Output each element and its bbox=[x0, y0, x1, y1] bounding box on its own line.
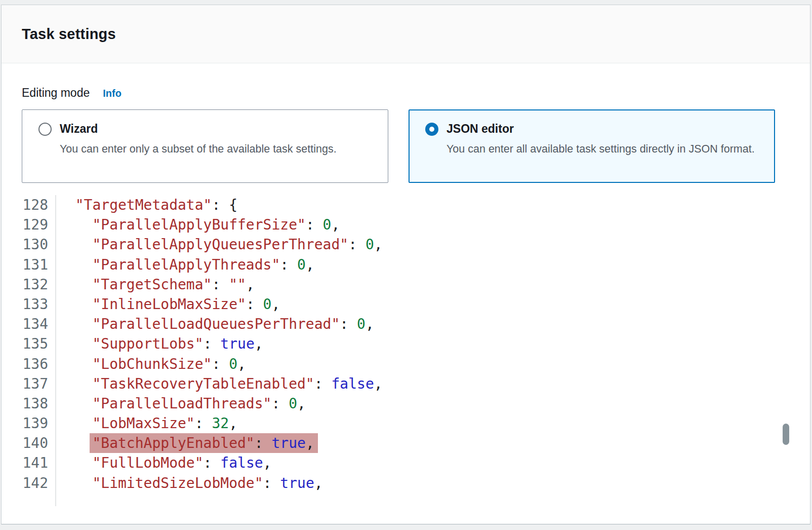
code-text: "TaskRecoveryTableEnabled": false, bbox=[55, 374, 383, 394]
code-line[interactable]: 141 "FullLobMode": false, bbox=[2, 453, 810, 473]
task-settings-panel: Task settings Editing mode Info Wizard Y… bbox=[1, 5, 810, 524]
code-text: "LobChunkSize": 0, bbox=[55, 354, 246, 374]
code-text: "SupportLobs": true, bbox=[55, 334, 263, 354]
line-number: 132 bbox=[2, 275, 55, 294]
code-text: "FullLobMode": false, bbox=[55, 453, 271, 473]
line-number: 131 bbox=[2, 255, 55, 275]
panel-body: Editing mode Info Wizard You can enter o… bbox=[2, 64, 810, 524]
scrollbar-thumb[interactable] bbox=[783, 424, 789, 445]
tile-json-editor-label: JSON editor bbox=[446, 122, 514, 136]
highlighted-code: "BatchApplyEnabled": true, bbox=[90, 433, 317, 453]
radio-json-editor[interactable] bbox=[425, 123, 438, 136]
json-code-editor[interactable]: 128 "TargetMetadata": {129 "ParallelAppl… bbox=[2, 195, 810, 509]
line-number: 141 bbox=[2, 453, 55, 473]
code-line[interactable]: 128 "TargetMetadata": { bbox=[2, 195, 810, 215]
code-text: "LimitedSizeLobMode": true, bbox=[55, 473, 323, 493]
line-number: 140 bbox=[2, 433, 55, 453]
code-line[interactable]: 134 "ParallelLoadQueuesPerThread": 0, bbox=[2, 314, 810, 334]
code-line[interactable]: 140 "BatchApplyEnabled": true, bbox=[2, 433, 810, 453]
code-line[interactable]: 142 "LimitedSizeLobMode": true, bbox=[2, 473, 810, 493]
editing-mode-row: Editing mode Info bbox=[22, 86, 121, 100]
editing-mode-label: Editing mode bbox=[22, 86, 90, 100]
line-number: 142 bbox=[2, 473, 55, 493]
tile-wizard[interactable]: Wizard You can enter only a subset of th… bbox=[22, 109, 388, 183]
code-line[interactable]: 135 "SupportLobs": true, bbox=[2, 334, 810, 354]
code-text: "ParallelLoadThreads": 0, bbox=[55, 394, 306, 413]
code-text: "TargetSchema": "", bbox=[55, 275, 255, 294]
code-line[interactable]: 138 "ParallelLoadThreads": 0, bbox=[2, 394, 810, 413]
code-text: "ParallelLoadQueuesPerThread": 0, bbox=[55, 314, 374, 334]
code-line[interactable]: 136 "LobChunkSize": 0, bbox=[2, 354, 810, 374]
code-text: "ParallelApplyThreads": 0, bbox=[55, 255, 314, 275]
tile-wizard-description: You can enter only a subset of the avail… bbox=[60, 141, 369, 157]
code-line[interactable]: 137 "TaskRecoveryTableEnabled": false, bbox=[2, 374, 810, 394]
code-text: "BatchApplyEnabled": true, bbox=[55, 433, 318, 453]
radio-wizard[interactable] bbox=[38, 123, 52, 136]
info-link[interactable]: Info bbox=[103, 88, 121, 99]
line-number: 129 bbox=[2, 215, 55, 235]
line-number: 136 bbox=[2, 354, 55, 374]
code-text: "TargetMetadata": { bbox=[55, 195, 237, 215]
line-number: 139 bbox=[2, 413, 55, 433]
tile-wizard-label: Wizard bbox=[60, 122, 98, 136]
tile-json-editor-description: You can enter all available task setting… bbox=[446, 141, 755, 157]
code-text: "ParallelApplyBufferSize": 0, bbox=[55, 215, 340, 235]
code-line[interactable]: 132 "TargetSchema": "", bbox=[2, 275, 810, 294]
editing-mode-tiles: Wizard You can enter only a subset of th… bbox=[22, 109, 775, 183]
code-text: "LobMaxSize": 32, bbox=[55, 413, 237, 433]
line-number: 135 bbox=[2, 334, 55, 354]
line-number: 134 bbox=[2, 314, 55, 334]
code-line[interactable]: 139 "LobMaxSize": 32, bbox=[2, 413, 810, 433]
line-number: 138 bbox=[2, 394, 55, 413]
panel-header: Task settings bbox=[2, 5, 810, 63]
line-number: 128 bbox=[2, 195, 55, 215]
line-number: 133 bbox=[2, 294, 55, 314]
page-title: Task settings bbox=[22, 26, 116, 43]
code-line[interactable]: 133 "InlineLobMaxSize": 0, bbox=[2, 294, 810, 314]
line-number: 137 bbox=[2, 374, 55, 394]
gutter-divider bbox=[55, 195, 56, 506]
tile-json-editor[interactable]: JSON editor You can enter all available … bbox=[409, 109, 775, 183]
code-line[interactable]: 131 "ParallelApplyThreads": 0, bbox=[2, 255, 810, 275]
code-text: "ParallelApplyQueuesPerThread": 0, bbox=[55, 235, 383, 254]
code-line[interactable]: 129 "ParallelApplyBufferSize": 0, bbox=[2, 215, 810, 235]
code-text: "InlineLobMaxSize": 0, bbox=[55, 294, 280, 314]
code-lines: 128 "TargetMetadata": {129 "ParallelAppl… bbox=[2, 195, 810, 493]
line-number: 130 bbox=[2, 235, 55, 254]
code-line[interactable]: 130 "ParallelApplyQueuesPerThread": 0, bbox=[2, 235, 810, 254]
